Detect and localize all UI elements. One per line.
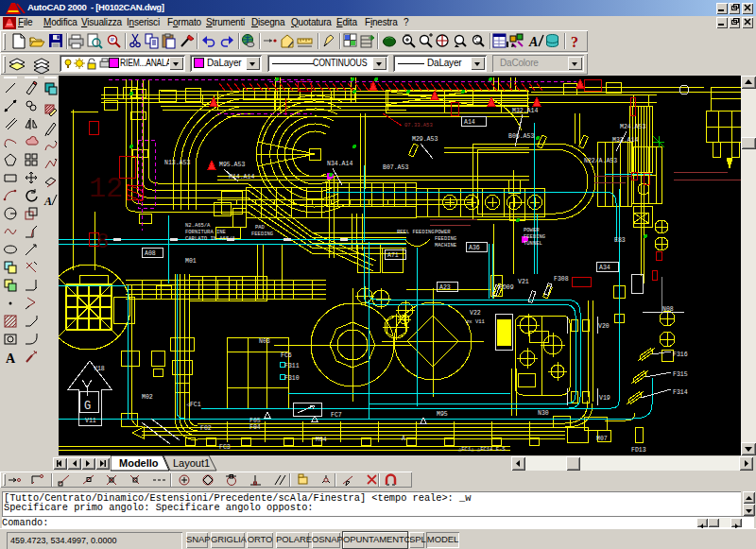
svg-text:M01: M01	[185, 258, 197, 265]
svg-text:V19: V19	[599, 395, 610, 402]
svg-text:E83: E83	[614, 237, 626, 244]
svg-text:Layout1: Layout1	[173, 457, 210, 469]
svg-text:A23: A23	[439, 284, 451, 291]
svg-text:B07.A53: B07.A53	[383, 164, 408, 171]
svg-text:F315: F315	[673, 371, 688, 378]
svg-text:B06.A53: B06.A53	[508, 133, 534, 140]
svg-text:V22: V22	[470, 310, 481, 317]
svg-text:PAD: PAD	[255, 224, 266, 231]
svg-text:M24.A53: M24.A53	[620, 124, 645, 130]
svg-text:N13.A53: N13.A53	[164, 160, 190, 166]
svg-text:M95: M95	[437, 411, 448, 418]
svg-text:M32.A14: M32.A14	[512, 108, 538, 114]
svg-text:F311: F311	[284, 363, 300, 369]
svg-text:N08: N08	[662, 306, 674, 313]
svg-text:N22/A.A53: N22/A.A53	[584, 158, 617, 164]
svg-text:MACHINE: MACHINE	[435, 242, 457, 249]
svg-text:M33.A14: M33.A14	[612, 137, 638, 144]
svg-text:⌀x V11: ⌀x V11	[466, 318, 486, 325]
svg-text:POWER: POWER	[524, 227, 540, 233]
svg-text:N34.A14: N34.A14	[327, 161, 352, 167]
svg-text:FC3: FC3	[219, 444, 231, 451]
svg-text:N2.A65/A: N2.A65/A	[185, 222, 211, 229]
svg-text:FEEDING: FEEDING	[251, 231, 273, 237]
svg-text:FD09: FD09	[499, 284, 514, 291]
svg-text:07.33.A53: 07.33.A53	[404, 122, 433, 129]
svg-text:FC6: FC6	[281, 352, 292, 359]
svg-text:M04: M04	[316, 437, 327, 443]
svg-text:F314: F314	[673, 389, 688, 396]
svg-text:F308: F308	[554, 276, 569, 283]
svg-text:A: A	[528, 35, 538, 49]
svg-text:M07: M07	[596, 436, 608, 442]
svg-text:V20: V20	[598, 323, 610, 330]
svg-text:F04: F04	[249, 424, 261, 431]
svg-text:N30: N30	[538, 410, 549, 417]
svg-text:N03: N03	[259, 338, 270, 345]
svg-text:V11: V11	[85, 418, 96, 424]
svg-text:F316: F316	[673, 352, 688, 358]
svg-text:REEL FEEDING: REEL FEEDING	[397, 229, 435, 235]
svg-text:CABLATO IN A65/A: CABLATO IN A65/A	[185, 235, 236, 242]
svg-text:Modello: Modello	[119, 457, 159, 469]
svg-text:FC7: FC7	[331, 412, 342, 419]
svg-text:M95.A53: M95.A53	[219, 162, 245, 168]
svg-text:F02: F02	[200, 425, 212, 432]
svg-text:8: 8	[96, 231, 109, 254]
svg-text:12: 12	[89, 173, 123, 205]
svg-text:FORNITURA INE: FORNITURA INE	[185, 229, 227, 235]
svg-text:FEEDING: FEEDING	[435, 235, 456, 242]
svg-text:A14: A14	[464, 119, 475, 126]
svg-text:F310: F310	[284, 375, 300, 382]
svg-text:M14.A14: M14.A14	[229, 174, 254, 180]
svg-text:V21: V21	[518, 279, 529, 285]
svg-text:FD13: FD13	[631, 447, 646, 454]
svg-text:A: A	[6, 352, 16, 366]
svg-text:A: A	[402, 436, 405, 442]
svg-text:A34: A34	[599, 265, 610, 271]
svg-text:A08: A08	[145, 250, 156, 257]
svg-text:M02: M02	[142, 394, 153, 401]
svg-text:A71: A71	[387, 252, 399, 259]
svg-text:△FC1△ △FC14 E-S: △FC1△ △FC14 E-S	[458, 446, 506, 453]
svg-text:V18: V18	[94, 366, 105, 372]
svg-text:M29.A53: M29.A53	[412, 136, 438, 143]
svg-text:A: A	[43, 195, 52, 208]
svg-text:FEEDING: FEEDING	[524, 233, 545, 240]
svg-text:?: ?	[571, 34, 578, 50]
svg-text:G: G	[84, 400, 91, 413]
svg-text:A36: A36	[469, 245, 480, 251]
svg-text:POWER: POWER	[435, 229, 451, 235]
svg-text:◁FC1: ◁FC1	[186, 402, 201, 408]
svg-text:F05: F05	[249, 418, 261, 424]
svg-text:TUNNEL: TUNNEL	[524, 240, 542, 247]
